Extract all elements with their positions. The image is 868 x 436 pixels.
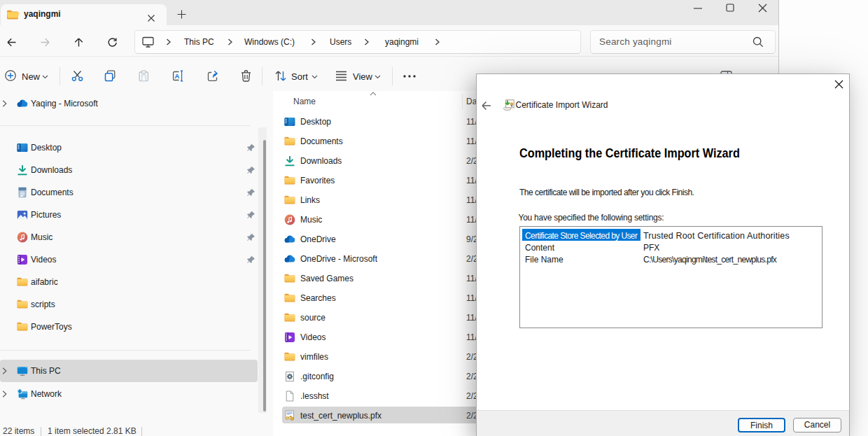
- svg-text:A: A: [174, 72, 179, 80]
